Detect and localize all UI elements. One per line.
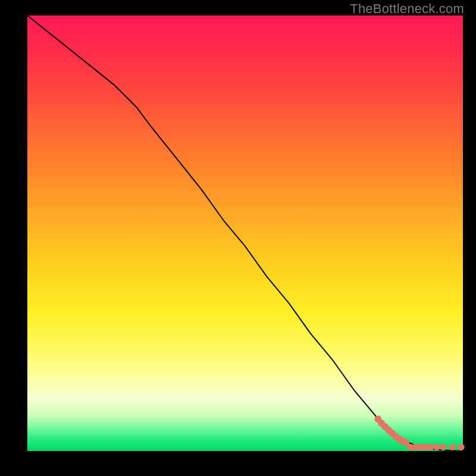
series-curve — [27, 15, 463, 451]
data-point — [449, 444, 456, 450]
chart-frame: TheBottleneck.com — [0, 0, 476, 476]
plot-svg — [27, 15, 463, 451]
series-points-on-curve — [374, 416, 409, 447]
plot-area — [27, 15, 463, 451]
data-point — [440, 444, 447, 450]
data-point — [458, 444, 465, 450]
watermark-text: TheBottleneck.com — [350, 1, 464, 17]
data-point — [427, 444, 434, 450]
data-point — [434, 444, 440, 450]
series-points-flat — [408, 444, 465, 450]
